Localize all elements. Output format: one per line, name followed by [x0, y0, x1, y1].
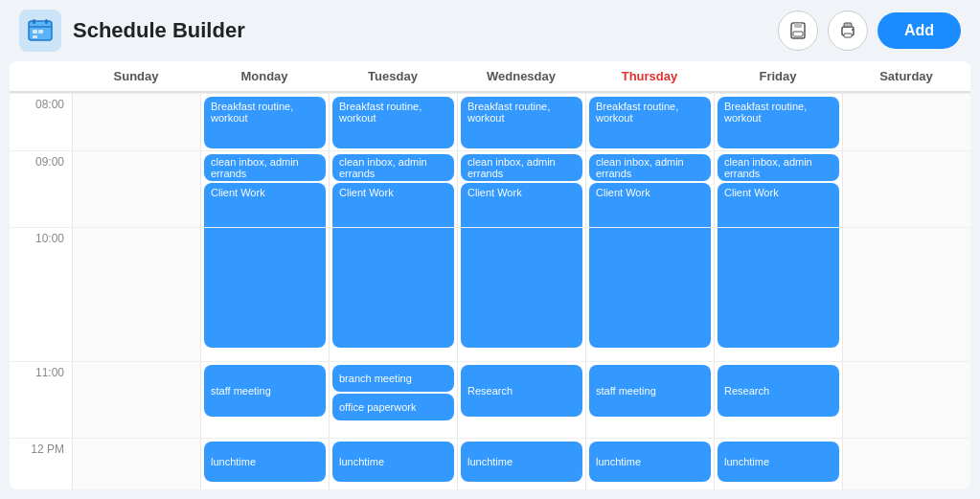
day-header-monday: Monday [200, 61, 329, 92]
event-tue-officepaperwork[interactable]: office paperwork [332, 394, 454, 420]
app-title: Schedule Builder [73, 18, 245, 43]
svg-rect-1 [33, 19, 35, 24]
header-left: Schedule Builder [19, 10, 245, 52]
svg-rect-11 [844, 23, 852, 27]
event-tue-breakfast[interactable]: Breakfast routine, workout [332, 97, 454, 148]
day-header-thursday: Thursday [585, 61, 714, 92]
add-button[interactable]: Add [877, 12, 961, 49]
col-wednesday: Breakfast routine, workout clean inbox, … [457, 93, 585, 489]
event-tue-lunchtime[interactable]: lunchtime [332, 442, 454, 482]
col-friday: Breakfast routine, workout clean inbox, … [714, 93, 842, 489]
event-wed-lunchtime[interactable]: lunchtime [461, 442, 582, 482]
svg-rect-2 [45, 19, 48, 24]
time-0900: 09:00 [10, 150, 72, 227]
time-0800: 08:00 [10, 93, 72, 150]
event-fri-breakfast[interactable]: Breakfast routine, workout [718, 97, 839, 148]
event-thu-inbox[interactable]: clean inbox, admin errands [589, 154, 711, 181]
col-sunday [72, 93, 200, 489]
event-thu-staffmeeting[interactable]: staff meeting [589, 365, 711, 417]
col-thursday: Breakfast routine, workout clean inbox, … [585, 93, 714, 489]
event-fri-lunchtime[interactable]: lunchtime [718, 442, 839, 482]
print-button[interactable] [828, 11, 868, 51]
col-monday: Breakfast routine, workout clean inbox, … [200, 93, 329, 489]
event-thu-breakfast[interactable]: Breakfast routine, workout [589, 97, 711, 148]
event-wed-research[interactable]: Research [461, 365, 582, 417]
event-mon-staffmeeting[interactable]: staff meeting [204, 365, 326, 417]
event-thu-lunchtime[interactable]: lunchtime [589, 442, 711, 482]
time-column: 08:00 09:00 10:00 11:00 12 PM [10, 93, 72, 489]
day-header-friday: Friday [714, 61, 842, 92]
col-tuesday: Breakfast routine, workout clean inbox, … [329, 93, 457, 489]
event-tue-inbox[interactable]: clean inbox, admin errands [332, 154, 454, 181]
col-saturday [842, 93, 970, 489]
app-container: Schedule Builder Add [0, 0, 980, 499]
event-fri-inbox[interactable]: clean inbox, admin errands [718, 154, 839, 181]
event-mon-lunchtime[interactable]: lunchtime [204, 442, 326, 482]
svg-point-13 [852, 29, 854, 31]
event-tue-branchmeeting[interactable]: branch meeting [332, 365, 454, 392]
event-mon-inbox[interactable]: clean inbox, admin errands [204, 154, 326, 181]
event-mon-breakfast[interactable]: Breakfast routine, workout [204, 97, 326, 148]
day-headers: Sunday Monday Tuesday Wednesday Thursday… [10, 61, 970, 92]
time-1100: 11:00 [10, 361, 72, 438]
header-right: Add [778, 11, 961, 51]
event-wed-breakfast[interactable]: Breakfast routine, workout [461, 97, 582, 148]
day-header-tuesday: Tuesday [329, 61, 457, 92]
day-header-empty [10, 61, 72, 92]
calendar: Sunday Monday Tuesday Wednesday Thursday… [0, 61, 980, 499]
day-header-wednesday: Wednesday [457, 61, 585, 92]
event-wed-inbox[interactable]: clean inbox, admin errands [461, 154, 582, 181]
event-fri-research[interactable]: Research [718, 365, 839, 417]
time-1000: 10:00 [10, 227, 72, 361]
svg-rect-6 [33, 35, 37, 38]
svg-rect-12 [844, 34, 852, 37]
time-1200: 12 PM [10, 438, 72, 486]
svg-rect-9 [793, 32, 803, 36]
app-icon [19, 10, 61, 52]
header: Schedule Builder Add [0, 0, 980, 61]
svg-rect-5 [38, 30, 43, 34]
svg-rect-8 [794, 23, 802, 28]
svg-rect-4 [33, 30, 37, 34]
day-header-sunday: Sunday [72, 61, 200, 92]
calendar-body: 08:00 09:00 10:00 11:00 12 PM Breakfast … [10, 92, 970, 489]
day-header-saturday: Saturday [842, 61, 970, 92]
save-button[interactable] [778, 11, 818, 51]
